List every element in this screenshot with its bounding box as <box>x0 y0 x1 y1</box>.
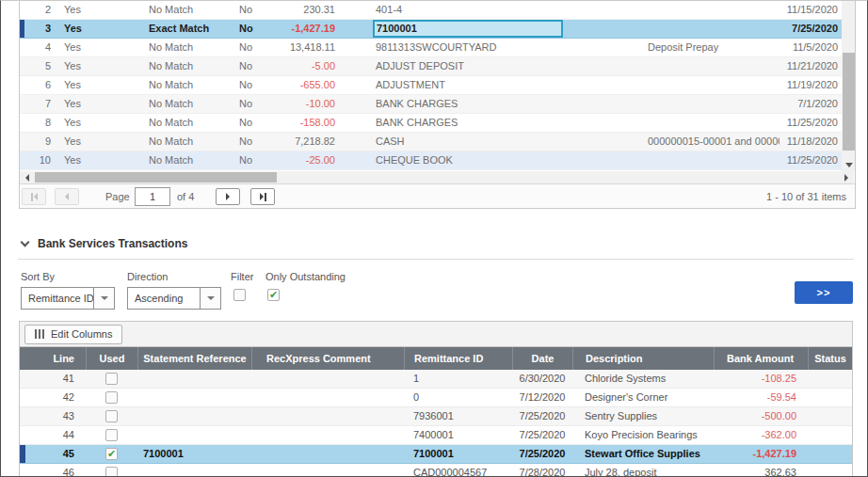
scroll-right-button[interactable] <box>840 171 852 183</box>
comment-cell[interactable]: 000000015-00001 and 000000... <box>563 133 780 151</box>
column-header-status[interactable]: Status <box>808 347 852 370</box>
comment-cell[interactable]: Deposit Prepay <box>563 39 780 56</box>
reviewed-cell[interactable]: Yes <box>58 76 134 94</box>
top-grid-vertical-scrollbar[interactable] <box>842 1 856 171</box>
used-cell[interactable] <box>86 389 137 406</box>
match-type-cell[interactable]: No Match <box>134 133 228 151</box>
recxpress-comment-cell[interactable] <box>251 370 404 388</box>
used-cell[interactable]: ✔ <box>86 445 137 463</box>
used-checkbox[interactable] <box>105 467 118 477</box>
amount-cell[interactable]: -655.00 <box>281 76 373 94</box>
transaction-row[interactable]: 46CAD0000045677/28/2020July 28, deposit3… <box>20 464 852 477</box>
pager-last-button[interactable] <box>250 188 275 205</box>
description-cell[interactable]: Sentry Supplies <box>572 407 714 425</box>
top-grid-row[interactable]: 6YesNo MatchNo-655.00ADJUSTMENT11/19/202… <box>19 76 842 95</box>
date-cell[interactable]: 11/25/2020 <box>780 151 839 169</box>
top-grid-row[interactable]: 7YesNo MatchNo-10.00BANK CHARGES7/1/2020 <box>19 95 842 114</box>
statement-reference-cell[interactable]: 7100001 <box>137 445 251 463</box>
row-number-cell[interactable]: 8 <box>19 114 58 132</box>
comment-cell[interactable] <box>563 1 780 19</box>
line-cell[interactable]: 46 <box>20 464 86 477</box>
top-grid-row[interactable]: 8YesNo MatchNo-158.00BANK CHARGES11/25/2… <box>19 114 842 133</box>
reviewed-cell[interactable]: Yes <box>58 133 134 151</box>
statement-reference-cell[interactable] <box>137 426 251 444</box>
date-cell[interactable]: 7/25/2020 <box>780 20 839 38</box>
line-cell[interactable]: 44 <box>20 426 86 444</box>
transaction-row[interactable]: 4207/12/2020Designer's Corner-59.54 <box>20 389 852 407</box>
scroll-left-button[interactable] <box>21 171 33 183</box>
comment-cell[interactable] <box>563 114 780 132</box>
cleared-cell[interactable]: No <box>228 57 281 75</box>
dropdown-arrow-button[interactable] <box>200 288 220 309</box>
date-cell[interactable]: 11/25/2020 <box>780 114 839 132</box>
bank-amount-cell[interactable]: -1,427.19 <box>714 445 808 463</box>
top-grid-row[interactable]: 9YesNo MatchNo7,218.82CASH000000015-0000… <box>19 133 842 151</box>
description-cell[interactable]: Chloride Systems <box>572 370 714 388</box>
match-type-cell[interactable]: No Match <box>134 151 228 169</box>
column-header-description[interactable]: Description <box>572 347 714 370</box>
status-cell[interactable] <box>808 426 852 444</box>
column-header-used[interactable]: Used <box>86 347 137 370</box>
reviewed-cell[interactable]: Yes <box>58 151 134 169</box>
transaction-row[interactable]: 4116/30/2020Chloride Systems-108.25 <box>20 370 852 389</box>
status-cell[interactable] <box>808 464 852 477</box>
used-checkbox[interactable] <box>105 410 118 422</box>
comment-cell[interactable] <box>563 151 780 169</box>
comment-cell[interactable] <box>563 57 780 75</box>
dropdown-arrow-button[interactable] <box>93 288 114 309</box>
line-cell[interactable]: 43 <box>20 407 86 425</box>
reviewed-cell[interactable]: Yes <box>58 114 134 132</box>
match-type-cell[interactable]: No Match <box>134 57 228 75</box>
top-grid-row[interactable]: 10YesNo MatchNo-25.00CHEQUE BOOK11/25/20… <box>19 151 842 170</box>
date-cell[interactable]: 7/25/2020 <box>512 445 572 463</box>
bank-amount-cell[interactable]: -108.25 <box>714 370 808 388</box>
column-header-remittance-id[interactable]: Remittance ID <box>404 347 512 370</box>
column-header-recxpress-comment[interactable]: RecXpress Comment <box>251 347 404 370</box>
pager-prev-button[interactable] <box>55 188 79 205</box>
reference-cell[interactable]: CHEQUE BOOK <box>373 151 563 169</box>
date-cell[interactable]: 6/30/2020 <box>512 370 572 388</box>
date-cell[interactable]: 11/19/2020 <box>780 76 839 94</box>
row-number-cell[interactable]: 7 <box>19 95 58 113</box>
remittance-id-cell[interactable]: CAD000004567 <box>404 464 512 477</box>
pager-next-button[interactable] <box>216 188 240 205</box>
transaction-row[interactable]: 4379360017/25/2020Sentry Supplies-500.00 <box>20 407 852 426</box>
amount-cell[interactable]: -25.00 <box>281 151 373 169</box>
cleared-cell[interactable]: No <box>228 20 281 38</box>
reference-cell[interactable]: BANK CHARGES <box>373 114 563 132</box>
match-type-cell[interactable]: No Match <box>134 39 228 56</box>
vertical-scrollbar-thumb[interactable] <box>843 53 855 151</box>
reviewed-cell[interactable]: Yes <box>58 20 134 38</box>
statement-reference-cell[interactable] <box>137 389 251 406</box>
comment-cell[interactable] <box>563 20 780 38</box>
bank-services-section-header[interactable]: Bank Services Transactions <box>22 237 187 250</box>
amount-cell[interactable]: 230.31 <box>281 1 373 19</box>
cleared-cell[interactable]: No <box>228 39 281 56</box>
date-cell[interactable]: 7/12/2020 <box>512 389 572 406</box>
top-grid-row[interactable]: 5YesNo MatchNo-5.00ADJUST DEPOSIT11/21/2… <box>19 57 842 76</box>
cleared-cell[interactable]: No <box>228 76 281 94</box>
match-type-cell[interactable]: No Match <box>134 1 228 19</box>
column-header-line[interactable]: Line <box>20 347 86 370</box>
remittance-id-cell[interactable]: 7400001 <box>404 426 512 444</box>
remittance-id-cell[interactable]: 7936001 <box>404 407 512 425</box>
row-number-cell[interactable]: 3 <box>19 20 58 38</box>
date-cell[interactable]: 7/1/2020 <box>780 95 839 113</box>
statement-reference-cell[interactable] <box>137 407 251 425</box>
row-number-cell[interactable]: 9 <box>19 133 58 151</box>
status-cell[interactable] <box>808 407 852 425</box>
transaction-row[interactable]: 4474000017/25/2020Koyo Precision Bearing… <box>20 426 852 445</box>
transaction-row[interactable]: 45✔710000171000017/25/2020Stewart Office… <box>20 445 852 464</box>
match-type-cell[interactable]: No Match <box>134 114 228 132</box>
remittance-id-cell[interactable]: 1 <box>404 370 512 388</box>
description-cell[interactable]: July 28, deposit <box>572 464 714 477</box>
date-cell[interactable]: 7/25/2020 <box>512 426 572 444</box>
row-number-cell[interactable]: 6 <box>19 76 58 94</box>
reference-cell[interactable]: ADJUST DEPOSIT <box>373 57 563 75</box>
reviewed-cell[interactable]: Yes <box>58 39 134 56</box>
used-checkbox[interactable] <box>105 429 118 441</box>
line-cell[interactable]: 41 <box>20 370 86 388</box>
amount-cell[interactable]: 13,418.11 <box>281 39 373 56</box>
top-grid-row[interactable]: 3YesExact MatchNo-1,427.1971000017/25/20… <box>19 20 842 39</box>
edit-columns-button[interactable]: Edit Columns <box>24 325 122 344</box>
